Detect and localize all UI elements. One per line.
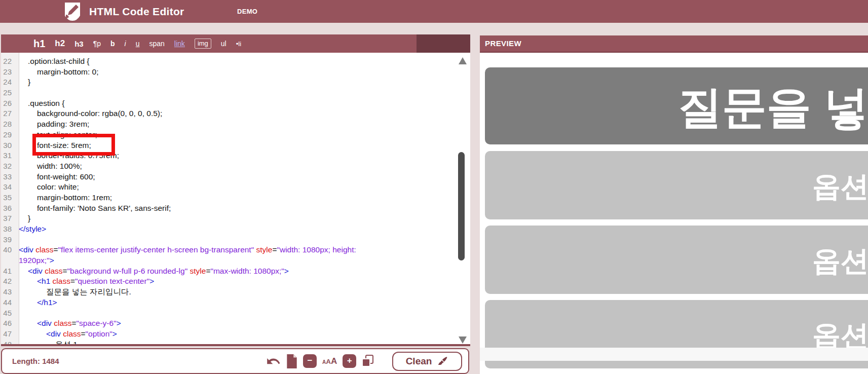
code-line-text: font-family: 'Noto Sans KR', sans-serif;	[16, 203, 171, 214]
code-line-text	[16, 235, 19, 245]
code-line[interactable]: 37}	[1, 213, 467, 224]
line-number: 32	[1, 161, 16, 172]
format-button-span[interactable]: span	[149, 40, 165, 48]
format-button-ul[interactable]: ul	[221, 40, 227, 48]
code-line[interactable]: 22.option:last-child {	[1, 56, 467, 67]
code-line[interactable]: 1920px;">	[1, 255, 467, 266]
code-line[interactable]: 23margin-bottom: 0;	[1, 67, 467, 78]
option-label: 옵션 1	[812, 151, 868, 219]
code-line[interactable]: 38</style>	[1, 224, 467, 235]
status-tools: − AAA +	[266, 349, 374, 373]
code-line[interactable]: 39	[1, 235, 467, 245]
editor-scrollbar-thumb[interactable]	[458, 152, 465, 260]
line-number: 31	[1, 151, 16, 161]
document-icon[interactable]	[286, 354, 297, 368]
clean-button-label: Clean	[406, 356, 432, 367]
code-line[interactable]: 36font-family: 'Noto Sans KR', sans-seri…	[1, 203, 467, 214]
brush-icon	[437, 356, 448, 367]
code-line[interactable]: 40<div class="flex items-center justify-…	[1, 245, 467, 255]
code-line-text: <div class="option">	[16, 329, 117, 340]
code-line[interactable]: 28padding: 3rem;	[1, 119, 467, 130]
line-number: 29	[1, 130, 16, 140]
demo-badge[interactable]: DEMO	[237, 0, 257, 23]
code-line[interactable]: 42<h1 class="question text-center">	[1, 276, 467, 287]
code-line-text: <div class="background w-full p-6 rounde…	[16, 266, 289, 277]
code-line[interactable]: 46<div class="space-y-6">	[1, 318, 467, 329]
preview-header: PREVIEW	[480, 35, 868, 53]
code-line[interactable]: 48옵션 1	[1, 340, 467, 346]
code-line[interactable]: 43질문을 넣는 자리입니다.	[1, 287, 467, 297]
code-line-text: 1920px;">	[16, 255, 54, 266]
format-button-u[interactable]: u	[136, 40, 140, 48]
format-button-i[interactable]: i	[125, 40, 126, 48]
format-button-li[interactable]: •li	[236, 40, 241, 48]
code-line-text: color: white;	[16, 182, 79, 193]
code-line[interactable]: 47<div class="option">	[1, 329, 467, 340]
preview-pane: 질문을 넣는 자리입니다. 옵션 1옵션 2옵션 3	[480, 53, 868, 374]
line-number: 40	[1, 245, 16, 255]
line-number: 39	[1, 235, 16, 245]
code-line[interactable]: 26.question {	[1, 98, 467, 109]
format-button-link[interactable]: link	[174, 40, 185, 48]
code-line-text: background-color: rgba(0, 0, 0, 0.5);	[16, 108, 162, 119]
line-number: 41	[1, 266, 16, 277]
line-number: 35	[1, 193, 16, 203]
code-line-text: width: 100%;	[16, 161, 82, 172]
font-size-control[interactable]: AAA	[322, 356, 337, 366]
code-line[interactable]: 35margin-bottom: 1rem;	[1, 193, 467, 203]
toolbar-dark-cap	[417, 34, 470, 53]
code-line-text: 질문을 넣는 자리입니다.	[16, 287, 131, 297]
minus-icon[interactable]: −	[303, 354, 317, 368]
code-editor[interactable]: 22.option:last-child {23margin-bottom: 0…	[1, 53, 470, 346]
line-number: 47	[1, 329, 16, 340]
code-line-text: }	[16, 77, 30, 88]
code-line[interactable]: 44</h1>	[1, 297, 467, 308]
code-line-text: .option:last-child {	[16, 56, 90, 67]
code-line[interactable]: 45	[1, 308, 467, 319]
code-line-text: 옵션 1	[16, 340, 78, 346]
format-button-h3[interactable]: h3	[74, 40, 84, 48]
scroll-down-icon[interactable]	[459, 336, 467, 344]
app-root: HTML Code Editor DEMO h1h2h3¶pbiuspanlin…	[0, 0, 868, 374]
code-line-text: margin-bottom: 1rem;	[16, 193, 112, 203]
code-line-text: padding: 3rem;	[16, 119, 89, 130]
clean-button[interactable]: Clean	[392, 352, 462, 371]
copy-icon-front	[362, 358, 370, 367]
scroll-up-icon[interactable]	[459, 57, 467, 64]
pen-badge-icon	[64, 2, 81, 21]
line-number: 38	[1, 224, 16, 235]
line-number: 42	[1, 276, 16, 287]
code-line[interactable]: 34color: white;	[1, 182, 467, 193]
line-number: 44	[1, 297, 16, 308]
code-lines: 22.option:last-child {23margin-bottom: 0…	[1, 56, 467, 346]
line-number: 37	[1, 213, 16, 224]
code-line[interactable]: 25	[1, 88, 467, 98]
code-line-text	[16, 308, 19, 319]
line-number: 46	[1, 318, 16, 329]
code-line[interactable]: 24}	[1, 77, 467, 88]
format-button-img[interactable]: img	[195, 39, 211, 49]
code-line[interactable]: 27background-color: rgba(0, 0, 0, 0.5);	[1, 108, 467, 119]
plus-icon[interactable]: +	[343, 354, 356, 368]
undo-arrow-icon[interactable]	[266, 354, 281, 368]
line-number: 34	[1, 182, 16, 193]
length-counter: Length: 1484	[12, 349, 59, 373]
line-number: 45	[1, 308, 16, 319]
preview-hscrollbar-track[interactable]	[480, 348, 868, 361]
code-line-text: margin-bottom: 0;	[16, 67, 98, 78]
line-number: 22	[1, 56, 16, 67]
code-line-text: <div class="space-y-6">	[16, 318, 121, 329]
question-box: 질문을 넣는 자리입니다.	[485, 67, 868, 144]
copy-icon[interactable]	[362, 355, 374, 368]
format-button-b[interactable]: b	[110, 40, 115, 48]
format-button-h2[interactable]: h2	[55, 39, 65, 49]
highlight-annotation-box	[32, 134, 115, 156]
status-bar: Length: 1484 − AAA + Clean	[1, 348, 469, 374]
code-line-text: </style>	[16, 224, 46, 235]
format-button-p[interactable]: ¶p	[93, 40, 101, 48]
code-line[interactable]: 32width: 100%;	[1, 161, 467, 172]
format-button-h1[interactable]: h1	[33, 38, 45, 50]
code-line[interactable]: 41<div class="background w-full p-6 roun…	[1, 266, 467, 277]
code-line[interactable]: 33font-weight: 600;	[1, 172, 467, 182]
option-box: 옵션 1	[485, 151, 868, 219]
